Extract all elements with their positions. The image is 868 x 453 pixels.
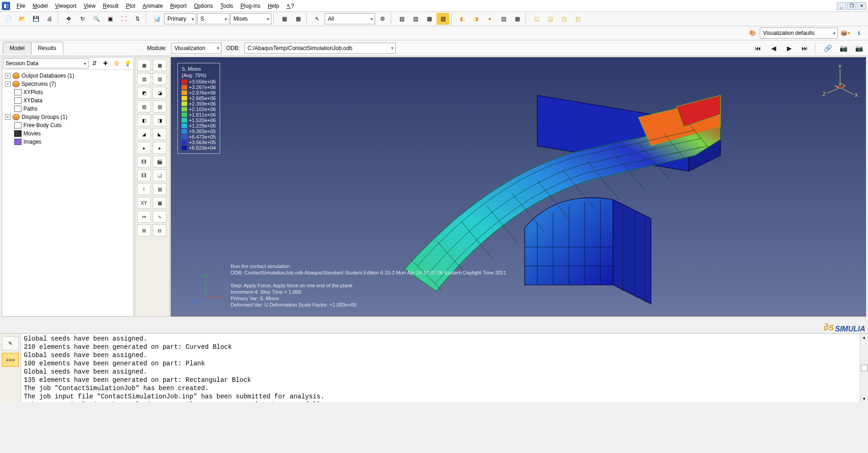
toolbox-button[interactable]: ▦	[153, 197, 166, 209]
circle2-icon[interactable]: ◑	[470, 13, 482, 25]
menu-view[interactable]: View	[80, 1, 100, 11]
iso2-icon[interactable]: ◲	[544, 13, 557, 25]
menu-help-pointer[interactable]: ↖?	[283, 1, 298, 11]
invariant-combo[interactable]: Mises	[230, 13, 271, 24]
info-icon[interactable]: ℹ	[852, 27, 865, 39]
select-icon[interactable]: ↖	[311, 13, 324, 25]
toolbox-button[interactable]: 📊	[153, 169, 166, 181]
toolbox-button[interactable]: XY	[137, 197, 151, 209]
fit-icon[interactable]: ⛶	[117, 13, 130, 25]
cli-tab[interactable]: >>>	[2, 353, 19, 367]
table-icon[interactable]: ▦	[511, 13, 524, 25]
tab-results[interactable]: Results	[31, 42, 63, 54]
tree-item[interactable]: XYData	[3, 96, 133, 105]
circle1-icon[interactable]: ◐	[456, 13, 469, 25]
tree-item[interactable]: Movies	[3, 129, 133, 138]
odb-combo[interactable]: C:/AbaqusTemp/ContactSimulationJob.odb	[244, 43, 396, 54]
prev-frame-button[interactable]: ◀	[767, 43, 780, 54]
camera1-icon[interactable]: 📷	[837, 43, 850, 54]
box-settings-icon[interactable]: 📦▾	[839, 27, 851, 39]
camera2-icon[interactable]: 📷	[852, 43, 865, 54]
tab-model[interactable]: Model	[3, 42, 32, 54]
tree-item[interactable]: +Spectrums (7)	[3, 80, 133, 88]
toolbox-button[interactable]: ▤	[153, 183, 166, 195]
menu-plug-ins[interactable]: Plug-ins	[237, 1, 264, 11]
viewport-3d[interactable]: S, Mises (Avg: 75%) +3.558e+06+3.267e+06…	[171, 57, 866, 317]
close-button[interactable]: ✕	[857, 2, 866, 10]
toolbox-button[interactable]: ⊟	[153, 224, 166, 236]
tree-item[interactable]: Free Body Cuts	[3, 121, 133, 129]
toolbox-button[interactable]: ▸	[137, 142, 151, 154]
toolbox-button[interactable]: ▦	[153, 59, 166, 71]
zoom-icon[interactable]: 🔍	[90, 13, 103, 25]
tree-expand-icon[interactable]: +	[5, 114, 11, 120]
first-frame-button[interactable]: ⏮	[752, 43, 764, 54]
toolbox-button[interactable]: ▦	[137, 59, 151, 71]
cycle-icon[interactable]: ⇅	[131, 13, 144, 25]
tree-bulb-icon[interactable]: 💡	[122, 58, 133, 68]
iso3-icon[interactable]: ◳	[558, 13, 570, 25]
toolbox-button[interactable]: ▥	[137, 73, 151, 85]
toolbox-button[interactable]: ⟟	[137, 183, 151, 195]
message-log-tab[interactable]: ✎	[2, 336, 19, 350]
message-scrollbar[interactable]: ▴ ▾	[860, 334, 868, 402]
toolbox-button[interactable]: ↦	[137, 211, 151, 223]
grid2-icon[interactable]: ▦	[292, 13, 304, 25]
toolbox-button[interactable]: ∿	[153, 211, 166, 223]
zoom-box-icon[interactable]: ▣	[104, 13, 116, 25]
tree-item[interactable]: Images	[3, 138, 133, 146]
tree-item[interactable]: +Display Groups (1)	[3, 113, 133, 121]
print-icon[interactable]: 🖨	[43, 13, 56, 25]
module-combo[interactable]: Visualization	[171, 43, 221, 54]
toolbox-button[interactable]: ▥	[153, 73, 166, 85]
last-frame-button[interactable]: ⏭	[798, 43, 811, 54]
menu-plot[interactable]: Plot	[122, 1, 139, 11]
selection-combo[interactable]: All	[325, 13, 375, 24]
next-frame-button[interactable]: ▶	[783, 43, 796, 54]
rotate-icon[interactable]: ↻	[76, 13, 89, 25]
cube3-icon[interactable]: ▩	[423, 13, 436, 25]
grid1-icon[interactable]: ▦	[278, 13, 291, 25]
cube4-icon[interactable]: ▧	[437, 13, 449, 25]
primary-combo[interactable]: Primary	[164, 13, 196, 24]
tree-scope-combo[interactable]: Session Data	[3, 58, 88, 68]
variable-combo[interactable]: S	[197, 13, 229, 24]
save-icon[interactable]: 💾	[29, 13, 42, 25]
toolbox-button[interactable]: 🎞	[137, 156, 151, 168]
toolbox-button[interactable]: ◧	[137, 114, 151, 126]
new-file-icon[interactable]: 📄	[2, 13, 15, 25]
menu-result[interactable]: Result	[99, 1, 122, 11]
menu-options[interactable]: Options	[190, 1, 216, 11]
menu-help[interactable]: Help	[264, 1, 283, 11]
message-scroll-thumb[interactable]	[861, 365, 868, 371]
open-icon[interactable]: 📂	[16, 13, 28, 25]
toolbox-button[interactable]: ⊞	[137, 224, 151, 236]
toolbox-button[interactable]: 🎞	[137, 169, 151, 181]
legend-icon[interactable]: ▤	[497, 13, 510, 25]
tree-filter-icon[interactable]: 🔅	[111, 58, 122, 68]
cube1-icon[interactable]: ▧	[395, 13, 408, 25]
toolbox-button[interactable]: ◩	[137, 87, 151, 99]
toolbox-button[interactable]: ◨	[153, 114, 166, 126]
toolbox-button[interactable]: ◪	[153, 87, 166, 99]
menu-file[interactable]: File	[13, 1, 29, 11]
viz-defaults-combo[interactable]: Visualization defaults	[760, 28, 838, 39]
link-viewports-icon[interactable]: 🔗	[821, 43, 834, 54]
toolbox-button[interactable]: ▧	[137, 101, 151, 112]
palette-icon[interactable]: 🎨	[746, 27, 759, 39]
cube2-icon[interactable]: ▨	[409, 13, 422, 25]
menu-tools[interactable]: Tools	[217, 1, 237, 11]
tree-item[interactable]: +Output Databases (1)	[3, 72, 133, 80]
tree-expand-icon[interactable]: +	[5, 81, 11, 87]
tree-expand-icon[interactable]: +	[5, 73, 11, 78]
pan-icon[interactable]: ✥	[62, 13, 75, 25]
menu-report[interactable]: Report	[166, 1, 190, 11]
tree-up-down-icon[interactable]: ⇵	[89, 58, 100, 68]
tree-item[interactable]: XYPlots	[3, 88, 133, 96]
restore-button[interactable]: ❐	[847, 2, 856, 10]
min-button[interactable]: _	[837, 2, 846, 10]
iso1-icon[interactable]: ◱	[530, 13, 543, 25]
toolbox-button[interactable]: 🎬	[153, 156, 166, 168]
selection-settings-icon[interactable]: ⚙	[376, 13, 389, 25]
menu-animate[interactable]: Animate	[139, 1, 166, 11]
